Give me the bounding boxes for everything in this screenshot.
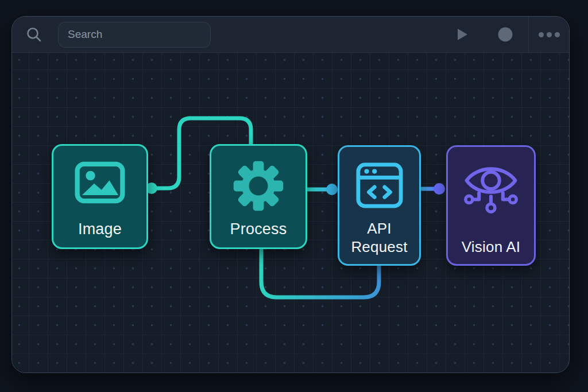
node-label: Image (78, 220, 122, 238)
flow-canvas[interactable]: Image Process (12, 53, 569, 372)
more-menu-button[interactable] (529, 17, 569, 53)
node-image[interactable]: Image (52, 144, 148, 249)
browser-code-icon (356, 162, 403, 209)
ellipsis-icon (555, 32, 560, 37)
port-vision-input[interactable] (434, 183, 445, 195)
image-icon (75, 161, 125, 204)
record-button[interactable] (495, 24, 516, 45)
ellipsis-icon (539, 32, 544, 37)
search-icon (25, 26, 42, 43)
node-label: Vision AI (462, 238, 521, 256)
toolbar (12, 17, 569, 53)
play-icon (454, 27, 469, 42)
gear-icon (231, 159, 285, 213)
node-vision-ai[interactable]: Vision AI (446, 145, 536, 266)
search-input[interactable] (58, 22, 211, 48)
app-window: Image Process (11, 16, 570, 373)
run-button[interactable] (451, 24, 472, 45)
circle-icon (497, 26, 513, 42)
port-api-input[interactable] (326, 184, 338, 195)
node-process[interactable]: Process (210, 144, 307, 249)
search-button[interactable] (24, 24, 44, 45)
node-label: API Request (344, 219, 415, 256)
ellipsis-icon (547, 32, 552, 37)
eye-circuit-icon (461, 161, 521, 219)
node-api-request[interactable]: API Request (338, 145, 421, 266)
node-label: Process (230, 220, 287, 238)
